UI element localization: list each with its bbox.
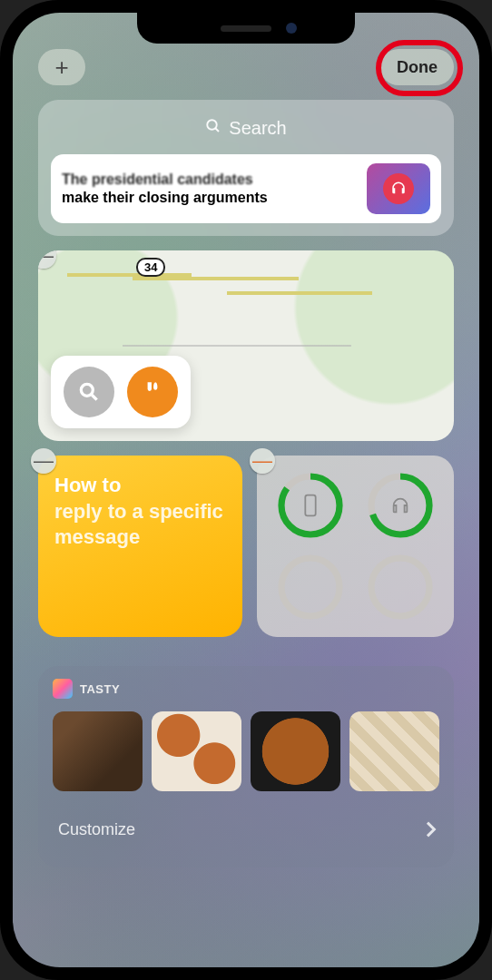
search-bar[interactable]: Search [51,111,441,145]
headphones-icon [383,173,414,204]
map-actions-card [51,356,191,428]
volume-down-button [0,299,1,363]
chevron-right-icon [421,822,437,838]
news-headline: The presidential candidates make their c… [62,171,358,207]
tasty-header: TASTY [53,679,439,699]
news-thumbnail [367,163,430,214]
remove-widget-button[interactable]: — [250,448,275,474]
top-bar: + Done [13,49,479,85]
volume-up-button [0,218,1,281]
tasty-widget[interactable]: TASTY Customize [38,666,454,867]
notch [137,13,355,44]
recipe-thumbnail[interactable] [251,711,340,791]
tasty-logo-icon [53,679,73,699]
customize-label: Customize [58,820,135,839]
recipe-thumbnail[interactable] [152,711,241,791]
speaker-grille [221,25,271,32]
phone-icon [300,494,320,517]
tasty-thumbnails [53,711,439,791]
svg-rect-6 [306,495,316,516]
note-rest: reply to a specific message [54,499,226,549]
svg-line-3 [92,395,96,399]
map-food-button[interactable] [127,367,178,417]
notes-widget[interactable]: — How to reply to a specific message [38,456,242,637]
done-button[interactable]: Done [380,49,454,85]
widget-row: — How to reply to a specific message — [38,456,454,637]
fork-knife-icon [141,380,164,404]
screen: + Done Search The presidential candidate… [13,13,479,967]
map-search-button[interactable] [64,367,114,417]
front-camera [286,23,297,34]
battery-ring-headphones [364,469,437,542]
headphones-icon [390,494,410,517]
widget-edit-content: Search The presidential candidates make … [38,100,454,953]
batteries-widget[interactable]: — [257,456,454,637]
tasty-title: TASTY [80,682,120,696]
recipe-thumbnail[interactable] [53,711,143,791]
battery-ring-empty [364,551,437,623]
note-line-1: How to [54,474,226,497]
silence-switch [0,154,1,191]
battery-ring-empty [274,551,347,623]
svg-point-10 [281,558,339,616]
search-icon [77,380,101,404]
search-news-card: Search The presidential candidates make … [38,100,454,236]
svg-line-1 [216,128,220,132]
svg-point-7 [310,513,311,514]
remove-widget-button[interactable]: — [38,250,56,269]
customize-button[interactable]: Customize [53,808,439,851]
recipe-thumbnail[interactable] [349,711,439,791]
svg-point-12 [371,558,429,616]
svg-point-2 [81,384,93,396]
remove-widget-button[interactable]: — [31,448,56,474]
search-placeholder: Search [229,118,286,139]
add-widget-button[interactable]: + [38,49,85,85]
svg-point-0 [208,120,218,130]
route-shield: 34 [136,258,165,277]
search-icon [205,118,221,139]
phone-frame: + Done Search The presidential candidate… [0,0,492,980]
maps-widget[interactable]: — 34 [38,250,454,441]
news-widget[interactable]: The presidential candidates make their c… [51,154,441,223]
battery-ring-phone [274,469,347,542]
